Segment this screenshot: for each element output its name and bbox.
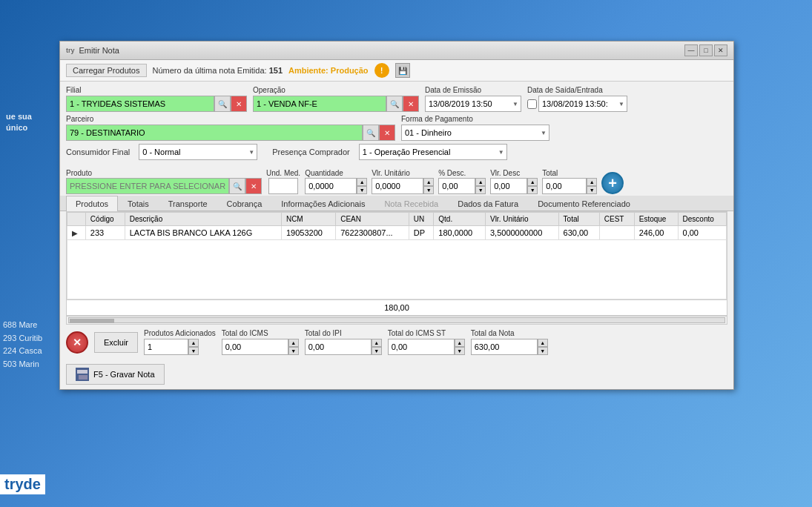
load-products-button[interactable]: Carregar Produtos bbox=[66, 64, 147, 77]
total-icms-st-up[interactable]: ▲ bbox=[455, 339, 465, 347]
total-input[interactable] bbox=[542, 178, 587, 194]
pct-desc-input[interactable] bbox=[438, 178, 475, 194]
consumidor-select[interactable]: 0 - Normal bbox=[139, 144, 257, 160]
produto-input[interactable] bbox=[66, 178, 229, 194]
excluir-button[interactable]: Excluir bbox=[94, 332, 138, 353]
subtotal-value: 180,00 bbox=[384, 303, 409, 312]
add-product-button[interactable]: + bbox=[601, 172, 624, 194]
produtos-adicionados-down[interactable]: ▼ bbox=[188, 347, 199, 355]
row-ncm: 19053200 bbox=[281, 226, 335, 240]
col-header-un: UN bbox=[409, 213, 433, 226]
operacao-search-button[interactable]: 🔍 bbox=[386, 96, 403, 112]
subtotal-row: 180,00 bbox=[66, 300, 727, 316]
data-emissao-select[interactable]: 13/08/2019 13:50 bbox=[425, 96, 521, 112]
filial-group: Filial 🔍 ✕ bbox=[66, 86, 247, 112]
window-title: Emitir Nota bbox=[79, 46, 119, 55]
operacao-group: Operação 🔍 ✕ bbox=[253, 86, 419, 112]
und-med-input[interactable] bbox=[268, 178, 298, 194]
toolbar: Carregar Produtos Número da última nota … bbox=[60, 60, 733, 82]
table-row[interactable]: ▶ 233 LACTA BIS BRANCO LAKA 126G 1905320… bbox=[67, 226, 727, 240]
total-icms-up[interactable]: ▲ bbox=[288, 339, 299, 347]
vlr-desc-input[interactable] bbox=[490, 178, 527, 194]
pct-desc-up-button[interactable]: ▲ bbox=[475, 178, 486, 186]
vlr-desc-label: Vlr. Desc bbox=[490, 169, 538, 177]
operacao-clear-button[interactable]: ✕ bbox=[403, 96, 419, 112]
scrollbar-track[interactable] bbox=[68, 317, 725, 323]
total-ipi-up[interactable]: ▲ bbox=[372, 339, 382, 347]
quantidade-input[interactable] bbox=[305, 178, 357, 194]
scrollbar-thumb[interactable] bbox=[70, 319, 114, 323]
close-button[interactable]: ✕ bbox=[714, 44, 727, 56]
total-icms-label: Total do ICMS bbox=[222, 329, 299, 337]
produtos-adicionados-up[interactable]: ▲ bbox=[188, 339, 199, 347]
parceiro-label: Parceiro bbox=[66, 115, 395, 123]
vlr-unitario-down-button[interactable]: ▼ bbox=[423, 186, 434, 194]
tab-cobranca[interactable]: Cobrança bbox=[217, 196, 272, 211]
total-nota-input[interactable] bbox=[471, 339, 538, 355]
pct-desc-label: % Desc. bbox=[438, 169, 486, 177]
filial-clear-button[interactable]: ✕ bbox=[231, 96, 247, 112]
minimize-button[interactable]: — bbox=[684, 44, 698, 56]
row-qtd: 180,0000 bbox=[434, 226, 486, 240]
presenca-select[interactable]: 1 - Operação Presencial bbox=[359, 144, 507, 160]
pct-desc-down-button[interactable]: ▼ bbox=[475, 186, 486, 194]
total-nota-up[interactable]: ▲ bbox=[538, 339, 548, 347]
total-up-button[interactable]: ▲ bbox=[587, 178, 597, 186]
total-nota-down[interactable]: ▼ bbox=[538, 347, 548, 355]
row-descricao: LACTA BIS BRANCO LAKA 126G bbox=[125, 226, 281, 240]
row-un: DP bbox=[409, 226, 433, 240]
products-table: Código Descrição NCM CEAN UN Qtd. Vlr. U… bbox=[67, 212, 727, 299]
col-header-codigo: Código bbox=[85, 213, 125, 226]
produto-search-button[interactable]: 🔍 bbox=[229, 178, 245, 194]
produto-col-label: Produto bbox=[66, 169, 262, 177]
total-icms-st-group: Total do ICMS ST ▲ ▼ bbox=[388, 329, 465, 355]
total-nota-group: Total da Nota ▲ ▼ bbox=[471, 329, 548, 355]
quantidade-up-button[interactable]: ▲ bbox=[357, 178, 367, 186]
total-icms-st-input[interactable] bbox=[388, 339, 455, 355]
vlr-desc-up-button[interactable]: ▲ bbox=[527, 178, 538, 186]
title-bar: try Emitir Nota — □ ✕ bbox=[60, 42, 733, 60]
horizontal-scrollbar[interactable] bbox=[66, 316, 727, 325]
vlr-unitario-up-button[interactable]: ▲ bbox=[423, 178, 434, 186]
col-header-estoque: Estoque bbox=[634, 213, 678, 226]
operacao-input[interactable] bbox=[253, 96, 386, 112]
total-ipi-down[interactable]: ▼ bbox=[372, 347, 382, 355]
maximize-button[interactable]: □ bbox=[699, 44, 713, 56]
produto-clear-button[interactable]: ✕ bbox=[245, 178, 262, 194]
produtos-adicionados-input[interactable] bbox=[144, 339, 188, 355]
total-down-button[interactable]: ▼ bbox=[587, 186, 597, 194]
total-icms-input[interactable] bbox=[222, 339, 288, 355]
tab-info-adicionais[interactable]: Informações Adicionais bbox=[271, 196, 374, 211]
operacao-label: Operação bbox=[253, 86, 419, 94]
parceiro-input[interactable] bbox=[66, 125, 363, 141]
col-header-ncm: NCM bbox=[281, 213, 335, 226]
tab-dados-fatura[interactable]: Dados da Fatura bbox=[448, 196, 528, 211]
quantidade-down-button[interactable]: ▼ bbox=[357, 186, 367, 194]
total-label: Total bbox=[542, 169, 597, 177]
data-emissao-label: Data de Emissão bbox=[425, 86, 521, 94]
total-ipi-group: Total do IPI ▲ ▼ bbox=[305, 329, 382, 355]
produtos-adicionados-group: Produtos Adicionados ▲ ▼ bbox=[144, 329, 216, 355]
total-icms-st-down[interactable]: ▼ bbox=[455, 347, 465, 355]
filial-input[interactable] bbox=[66, 96, 214, 112]
tab-produtos[interactable]: Produtos bbox=[66, 196, 118, 211]
products-table-container: Código Descrição NCM CEAN UN Qtd. Vlr. U… bbox=[66, 211, 727, 300]
data-saida-checkbox[interactable] bbox=[527, 99, 537, 109]
parceiro-clear-button[interactable]: ✕ bbox=[379, 125, 395, 141]
vlr-unitario-input[interactable] bbox=[372, 178, 423, 194]
tab-transporte[interactable]: Transporte bbox=[159, 196, 217, 211]
total-ipi-input[interactable] bbox=[305, 339, 372, 355]
row-cean: 7622300807... bbox=[336, 226, 409, 240]
tab-totais[interactable]: Totais bbox=[118, 196, 159, 211]
environment-label: Ambiente: Produção bbox=[288, 66, 369, 75]
filial-search-button[interactable]: 🔍 bbox=[214, 96, 231, 112]
data-saida-select[interactable]: 13/08/2019 13:50: bbox=[538, 96, 627, 112]
parceiro-search-button[interactable]: 🔍 bbox=[363, 125, 379, 141]
save-button[interactable]: F5 - Gravar Nota bbox=[66, 364, 165, 385]
forma-pagamento-select[interactable]: 01 - Dinheiro bbox=[401, 125, 549, 141]
tab-documento-referenciado[interactable]: Documento Referenciado bbox=[528, 196, 640, 211]
col-header-cean: CEAN bbox=[336, 213, 409, 226]
delete-button[interactable]: ✕ bbox=[66, 331, 88, 354]
vlr-desc-down-button[interactable]: ▼ bbox=[527, 186, 538, 194]
total-icms-down[interactable]: ▼ bbox=[288, 347, 299, 355]
